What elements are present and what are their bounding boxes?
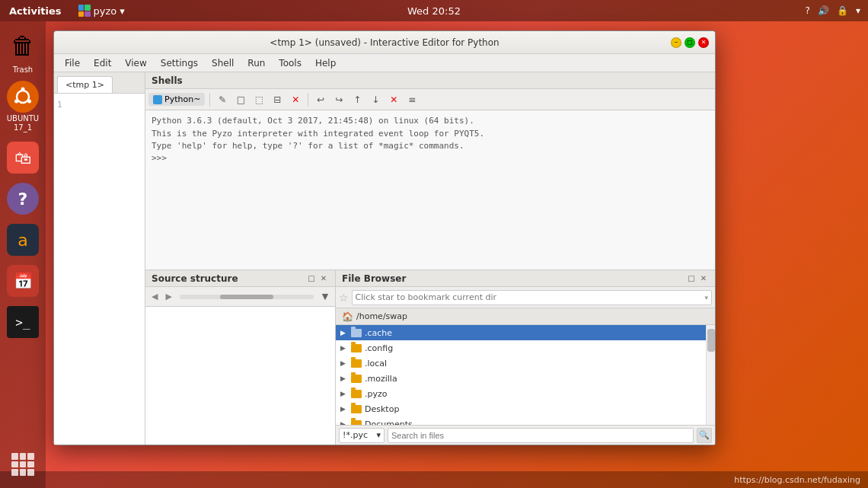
minimize-button[interactable]: – bbox=[671, 37, 681, 48]
help-circle-icon: ? bbox=[7, 183, 39, 215]
source-slider-thumb bbox=[220, 295, 273, 299]
sidebar: 🗑 Trash UBUNTU17_1 🛍 ? a 📅 >_ bbox=[0, 21, 46, 488]
folder-expand-icon: ▶ bbox=[340, 329, 348, 336]
menu-tools[interactable]: Tools bbox=[273, 56, 308, 70]
sidebar-item-trash[interactable]: 🗑 Trash bbox=[5, 27, 41, 75]
help-icon[interactable]: ? bbox=[806, 5, 810, 16]
source-panel-controls: □ ✕ bbox=[306, 273, 329, 284]
file-panel-close-btn[interactable]: ✕ bbox=[698, 273, 709, 284]
source-panel: Source structure □ ✕ ◀ ▶ ▼ bbox=[145, 270, 336, 445]
menu-view[interactable]: View bbox=[119, 56, 152, 70]
file-item-config[interactable]: ▶ .config bbox=[336, 340, 715, 356]
shell-python-tab[interactable]: Python~ bbox=[148, 93, 205, 106]
calendar-icon: 📅 bbox=[7, 265, 39, 297]
source-zoom-slider[interactable] bbox=[180, 295, 314, 299]
file-item-name: .pyzo bbox=[365, 389, 388, 399]
python-shell-icon bbox=[153, 95, 162, 104]
source-panel-header: Source structure □ ✕ bbox=[145, 270, 335, 287]
toolbar-menu-btn[interactable]: ≡ bbox=[404, 92, 420, 107]
file-panel-collapse-btn[interactable]: □ bbox=[686, 273, 697, 284]
source-content-area bbox=[145, 307, 335, 445]
sidebar-item-terminal[interactable]: >_ bbox=[5, 306, 41, 338]
menu-settings[interactable]: Settings bbox=[155, 56, 204, 70]
terminal-area[interactable]: Python 3.6.3 (default, Oct 3 2017, 21:45… bbox=[145, 110, 715, 270]
file-path-dropdown[interactable]: Click star to bookmark current dir ▾ bbox=[352, 290, 712, 305]
toolbar-copy-btn[interactable]: □ bbox=[233, 92, 248, 107]
menu-file[interactable]: File bbox=[59, 56, 86, 70]
source-structure-label: Source structure bbox=[152, 273, 238, 284]
sidebar-item-amazon[interactable]: a bbox=[5, 224, 41, 256]
sidebar-item-appstore[interactable]: 🛍 bbox=[5, 142, 41, 174]
file-item-local[interactable]: ▶ .local bbox=[336, 356, 715, 371]
source-nav-back-btn[interactable]: ◀ bbox=[148, 291, 161, 302]
svg-point-3 bbox=[14, 100, 18, 104]
activities-button[interactable]: Activities bbox=[0, 5, 71, 17]
toolbar-up-btn[interactable]: ↑ bbox=[349, 92, 365, 107]
sidebar-item-ubuntu[interactable]: UBUNTU17_1 bbox=[5, 81, 41, 132]
file-item-cache[interactable]: ▶ .cache bbox=[336, 325, 715, 340]
toolbar-stop-btn[interactable]: ✕ bbox=[288, 92, 303, 107]
file-item-name: .cache bbox=[365, 328, 392, 338]
dropdown-arrow-icon: ▾ bbox=[704, 294, 708, 301]
menu-help[interactable]: Help bbox=[309, 56, 342, 70]
file-search-button[interactable]: 🔍 bbox=[697, 428, 712, 443]
file-item-pyzo[interactable]: ▶ .pyzo bbox=[336, 386, 715, 401]
file-panel-controls: □ ✕ bbox=[686, 273, 709, 284]
toolbar-down-btn[interactable]: ↓ bbox=[368, 92, 383, 107]
apps-grid-button[interactable] bbox=[7, 448, 39, 480]
terminal-line-2: This is the Pyzo interpreter with integr… bbox=[152, 128, 709, 141]
menu-shell[interactable]: Shell bbox=[206, 56, 240, 70]
filter-dropdown-icon: ▾ bbox=[376, 430, 381, 440]
folder-icon-documents bbox=[351, 420, 362, 426]
pyzo-icon bbox=[78, 5, 91, 17]
editor-tab[interactable]: <tmp 1> bbox=[57, 76, 113, 93]
file-search-input[interactable] bbox=[388, 428, 694, 443]
terminal-prompt[interactable]: >>> bbox=[152, 153, 709, 163]
toolbar-close-btn[interactable]: ✕ bbox=[386, 92, 401, 107]
toolbar-undo-btn[interactable]: ↩ bbox=[313, 92, 328, 107]
lock-icon[interactable]: 🔒 bbox=[837, 5, 848, 16]
folder-expand-icon: ▶ bbox=[340, 420, 348, 425]
sidebar-item-calendar[interactable]: 📅 bbox=[5, 265, 41, 297]
file-filter-dropdown[interactable]: !*.pyc ▾ bbox=[339, 428, 385, 443]
toolbar-edit-btn[interactable]: ✎ bbox=[215, 92, 230, 107]
power-dropdown-icon[interactable]: ▾ bbox=[856, 5, 860, 16]
folder-expand-icon: ▶ bbox=[340, 405, 348, 413]
bookmark-star-button[interactable]: ☆ bbox=[339, 292, 349, 304]
file-list-scrollbar[interactable] bbox=[706, 325, 715, 425]
terminal-line-1: Python 3.6.3 (default, Oct 3 2017, 21:45… bbox=[152, 115, 709, 128]
terminal-line-3: Type 'help' for help, type '?' for a lis… bbox=[152, 140, 709, 153]
svg-point-2 bbox=[21, 88, 25, 91]
file-browser-label: File Browser bbox=[342, 273, 406, 284]
file-panel-header: File Browser □ ✕ bbox=[336, 270, 715, 287]
toolbar-paste-btn[interactable]: ⬚ bbox=[251, 92, 266, 107]
editor-area[interactable]: 1 bbox=[54, 94, 145, 445]
file-item-documents[interactable]: ▶ Documents bbox=[336, 416, 715, 425]
bookmark-placeholder: Click star to bookmark current dir bbox=[356, 292, 496, 302]
current-path-text: /home/swap bbox=[356, 311, 407, 321]
sidebar-item-help[interactable]: ? bbox=[5, 183, 41, 215]
file-toolbar: ☆ Click star to bookmark current dir ▾ bbox=[336, 287, 715, 308]
editor-tab-bar: <tmp 1> bbox=[54, 72, 145, 94]
source-panel-collapse-btn[interactable]: □ bbox=[306, 273, 317, 284]
toolbar-minus-btn[interactable]: ⊟ bbox=[270, 92, 285, 107]
source-nav-fwd-btn[interactable]: ▶ bbox=[162, 291, 174, 302]
maximize-button[interactable]: □ bbox=[685, 37, 695, 48]
file-item-name: Documents bbox=[365, 419, 413, 426]
status-bar: https://blog.csdn.net/fudaxing bbox=[0, 471, 868, 488]
svg-point-4 bbox=[27, 100, 31, 104]
file-list-scrollbar-thumb bbox=[707, 329, 715, 352]
shell-tab-label: Python~ bbox=[164, 94, 200, 104]
file-item-name: .mozilla bbox=[365, 374, 397, 384]
pyzo-menu[interactable]: pyzo ▾ bbox=[71, 5, 132, 17]
toolbar-redo-btn[interactable]: ↪ bbox=[331, 92, 346, 107]
source-filter-btn[interactable]: ▼ bbox=[318, 290, 332, 304]
menu-run[interactable]: Run bbox=[241, 56, 271, 70]
close-button[interactable]: ✕ bbox=[698, 37, 709, 48]
source-panel-close-btn[interactable]: ✕ bbox=[318, 273, 329, 284]
file-item-mozilla[interactable]: ▶ .mozilla bbox=[336, 371, 715, 386]
folder-icon-config bbox=[351, 344, 362, 352]
menu-edit[interactable]: Edit bbox=[88, 56, 117, 70]
file-item-desktop[interactable]: ▶ Desktop bbox=[336, 401, 715, 416]
volume-icon[interactable]: 🔊 bbox=[818, 5, 829, 16]
